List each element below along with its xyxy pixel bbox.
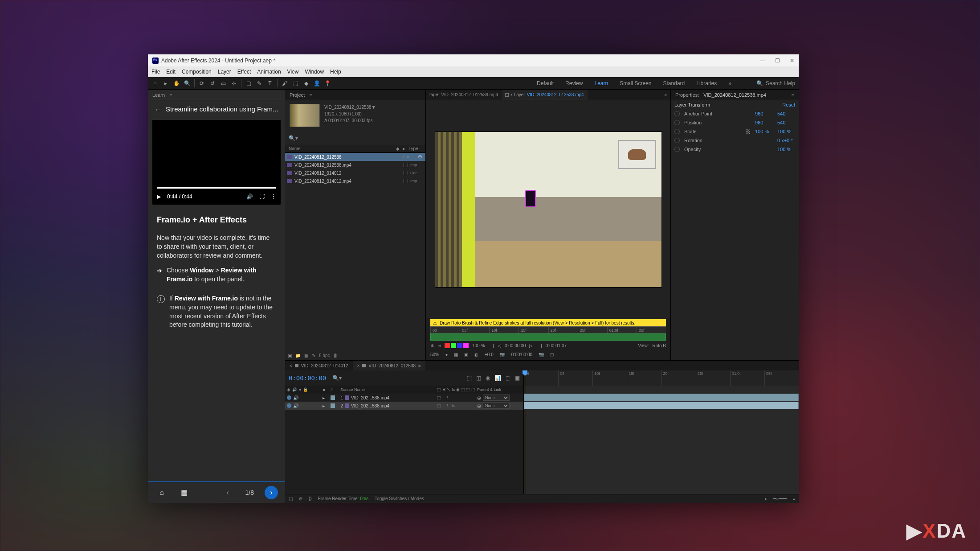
audio-col-icon[interactable]: 🔊 <box>292 387 297 392</box>
prev-step-button[interactable]: ‹ <box>221 486 235 499</box>
next-step-button[interactable]: › <box>265 486 278 499</box>
trash-icon[interactable]: 🗑 <box>333 353 338 358</box>
menu-edit[interactable]: Edit <box>166 69 176 75</box>
playhead[interactable] <box>525 370 525 494</box>
project-panel-tab[interactable]: Project ≡ <box>285 90 425 100</box>
menu-composition[interactable]: Composition <box>182 69 212 75</box>
eye-col-icon[interactable]: ◉ <box>287 387 290 392</box>
shape-tool-icon[interactable]: ▢ <box>245 80 252 87</box>
menu-layer[interactable]: Layer <box>218 69 231 75</box>
more-icon[interactable]: ⋮ <box>271 193 276 200</box>
hamburger-icon[interactable]: ≡ <box>792 92 794 98</box>
timeline-layer[interactable]: 🔊 ▸ 2 VID_202...538.mp4 ⬚/fx ◎None <box>285 402 523 410</box>
minimize-button[interactable]: — <box>760 58 765 64</box>
parent-col[interactable]: Parent & Link <box>477 387 522 392</box>
solo-col-icon[interactable]: ● <box>299 387 301 392</box>
col-name[interactable]: Name <box>289 146 396 151</box>
tab-close-icon[interactable]: × <box>290 363 292 368</box>
workspace-small-screen[interactable]: Small Screen <box>620 80 651 86</box>
project-item[interactable]: VID_20240812_014012 Cor <box>285 169 425 177</box>
maximize-button[interactable]: ☐ <box>775 58 780 64</box>
timeline-tab[interactable]: × VID_20240812_014012 <box>285 361 353 370</box>
col-label-icon[interactable]: ◆ <box>396 146 402 151</box>
stopwatch-icon[interactable] <box>674 129 680 134</box>
search-help[interactable]: 🔍 Search Help <box>756 80 795 86</box>
roto-span-bar[interactable] <box>430 333 666 341</box>
roto-brush-tool-icon[interactable]: 👤 <box>313 80 320 87</box>
menu-window[interactable]: Window <box>305 69 324 75</box>
channel-icon[interactable]: ▾ <box>445 352 448 357</box>
project-search[interactable]: 🔍▾ <box>289 133 422 143</box>
timeline-layer[interactable]: 🔊 ▸ 1 VID_202...538.mp4 ⬚/ ◎None <box>285 394 523 402</box>
learn-list-icon[interactable]: ▦ <box>177 486 191 499</box>
search-icon[interactable]: 🔍▾ <box>332 375 342 381</box>
visibility-toggle[interactable] <box>287 403 291 408</box>
graph-icon[interactable]: 📊 <box>494 375 501 381</box>
zoom-slider[interactable]: ━○━━━ <box>773 496 787 501</box>
label-swatch[interactable] <box>404 163 408 167</box>
nav-end-icon[interactable]: ▴ <box>793 496 795 501</box>
status-tc[interactable]: 0:00:00:00 <box>511 352 532 357</box>
camera-icon[interactable]: 📷 <box>539 352 544 357</box>
project-item[interactable]: VID_20240812_012538 Cor ⦾ <box>285 153 425 161</box>
draft-icon[interactable]: ⬚ <box>506 375 510 381</box>
folder-icon[interactable]: 📁 <box>295 353 301 358</box>
stopwatch-icon[interactable] <box>674 111 680 116</box>
overlay-colors[interactable] <box>445 343 469 348</box>
col-type[interactable]: Type <box>408 146 422 151</box>
project-item[interactable]: VID_20240812_014012.mp4 Imp <box>285 177 425 185</box>
snapshot-icon[interactable]: 📷 <box>500 352 505 357</box>
titlebar[interactable]: Adobe After Effects 2024 - Untitled Proj… <box>148 54 799 66</box>
back-arrow-icon[interactable]: ← <box>154 106 161 114</box>
learn-panel-tab[interactable]: Learn ≡ <box>148 90 285 100</box>
prev-kf-icon[interactable]: ◁ <box>498 343 501 348</box>
timeline-tracks[interactable]: 0f 05f 10f 15f 20f 25f 01:0f 05f <box>524 370 799 494</box>
grid-icon[interactable]: ▦ <box>454 352 458 357</box>
render-icon[interactable]: ▣ <box>515 375 520 381</box>
label-color[interactable] <box>331 395 335 400</box>
alpha-icon[interactable]: ◐ <box>474 352 478 357</box>
zoom-icon[interactable]: ⊕ <box>299 496 302 501</box>
menu-file[interactable]: File <box>151 69 160 75</box>
properties-tab[interactable]: Properties: VID_20240812_012538.mp4 ≡ <box>671 90 799 100</box>
close-button[interactable]: ✕ <box>790 58 794 64</box>
project-item[interactable]: VID_20240812_012538.mp4 Imp <box>285 161 425 169</box>
visibility-toggle[interactable] <box>287 395 291 400</box>
menu-effect[interactable]: Effect <box>237 69 251 75</box>
stopwatch-icon[interactable] <box>674 138 680 143</box>
bpc-badge[interactable]: 8 bpc <box>319 353 330 358</box>
stopwatch-icon[interactable] <box>674 120 680 125</box>
parent-select[interactable]: None <box>483 403 510 409</box>
view-mode[interactable]: Roto B <box>652 343 666 348</box>
motion-blur-icon[interactable]: ◉ <box>486 375 490 381</box>
layer-switches[interactable]: ⬚/ <box>437 395 475 400</box>
flow-icon[interactable]: ⦾ <box>418 154 424 160</box>
pickwhip-icon[interactable]: ◎ <box>477 403 481 408</box>
shy-icon[interactable]: ⬚ <box>467 375 472 381</box>
timeline-tab[interactable]: × VID_20240812_012538 ≡ <box>353 361 425 370</box>
parent-select[interactable]: None <box>483 395 510 401</box>
stopwatch-icon[interactable] <box>674 147 680 152</box>
pickwhip-icon[interactable]: ◎ <box>477 395 481 400</box>
current-timecode[interactable]: 0:00:00:00 <box>289 374 326 382</box>
layer-switches[interactable]: ⬚/fx <box>437 403 475 408</box>
brush-tool-icon[interactable]: 🖌 <box>281 80 288 87</box>
hamburger-icon[interactable]: ≡ <box>418 363 421 368</box>
comp-new-icon[interactable]: ▦ <box>304 353 308 358</box>
orbit-tool-icon[interactable]: ⟳ <box>198 80 205 87</box>
zoom-level[interactable]: 50% <box>430 352 439 357</box>
workspace-review[interactable]: Review <box>565 80 583 86</box>
puppet-tool-icon[interactable]: 📍 <box>324 80 331 87</box>
layer-bar[interactable] <box>524 394 799 401</box>
label-swatch[interactable] <box>404 179 408 183</box>
toggle-switches-button[interactable]: Toggle Switches / Modes <box>375 496 424 501</box>
freeze-icon[interactable]: ❄ <box>430 343 434 348</box>
link-icon[interactable]: ⛓ <box>746 129 751 134</box>
source-name-col[interactable]: Source Name <box>339 387 435 392</box>
exposure-adj[interactable]: +0.0 <box>485 352 494 357</box>
tabs-overflow-icon[interactable]: » <box>661 92 670 97</box>
viewer-canvas[interactable] <box>426 100 670 318</box>
fullscreen-icon[interactable]: ⛶ <box>259 193 265 200</box>
workspace-learn[interactable]: Learn <box>594 80 608 86</box>
menu-animation[interactable]: Animation <box>257 69 281 75</box>
